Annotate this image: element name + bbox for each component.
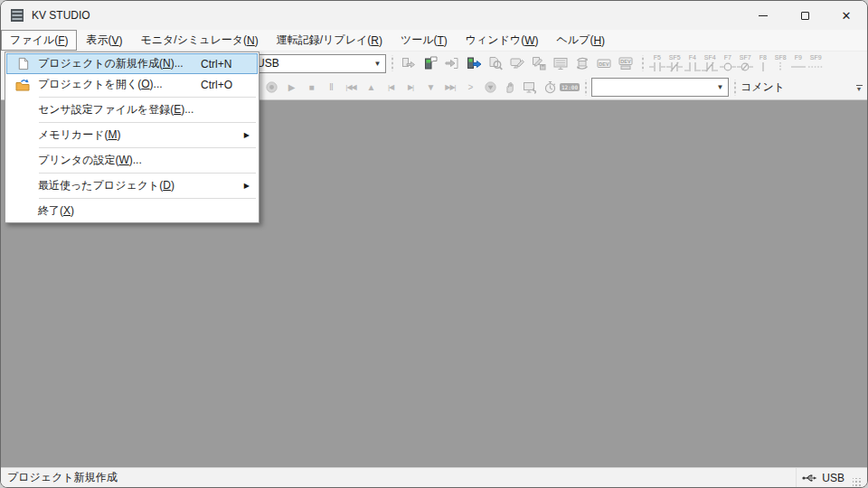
menu-separator [39,198,256,199]
step-down-icon[interactable]: ▼ [420,77,440,99]
replay-combobox[interactable]: ▼ [591,78,729,97]
minimize-button[interactable] [742,1,784,30]
plc-sync-icon[interactable] [571,53,593,73]
file-menu-item-x[interactable]: 終了(X) [6,201,258,221]
toolbar-separator [640,55,645,71]
menu-separator [39,173,256,174]
new-project-icon [7,57,38,70]
kv-studio-window: KV STUDIO ✕ ファイル(F)表示(V)モニタ/シミュレータ(N)運転記… [0,0,868,488]
status-message: プロジェクト新規作成 [1,470,118,485]
title-bar: KV STUDIO ✕ [1,1,867,30]
pause-icon[interactable]: Ⅱ [321,77,341,99]
ladder-contact-close-button[interactable]: SF5 [666,52,684,74]
connection-label: USB [822,472,844,484]
file-menu-item-m[interactable]: メモリカード(M)▶ [6,125,258,145]
continue-icon[interactable] [480,77,500,99]
write-to-plc-icon[interactable] [441,53,463,73]
hand-icon[interactable] [500,77,520,99]
maximize-button[interactable] [784,1,826,30]
file-menu-item-d[interactable]: 最近使ったプロジェクト(D)▶ [6,175,258,196]
close-icon: ✕ [842,10,852,22]
menubar-item-w[interactable]: ウィンドウ(W) [457,30,548,51]
ladder-monitor-icon[interactable] [550,53,571,73]
step-up-icon[interactable]: ▲ [361,77,381,99]
svg-text:DEV: DEV [620,59,631,64]
close-button[interactable]: ✕ [826,1,867,30]
open-project-icon [7,78,38,92]
maximize-icon [801,12,809,20]
plc-comment-transfer-icon[interactable] [420,53,441,73]
connector-combobox-value: USB [251,57,370,70]
menubar-item-f[interactable]: ファイル(F) [1,30,77,51]
ladder-or-contact-open-button[interactable]: F4 [684,52,702,74]
ladder-contact-open-button[interactable]: F5 [648,52,666,74]
window-controls: ✕ [742,1,867,30]
toolbar-separator [732,80,737,96]
device-monitor-icon[interactable]: DEV [615,53,637,73]
file-menu-item-n[interactable]: プロジェクトの新規作成(N)...Ctrl+N [6,53,258,74]
menu-separator [39,122,256,123]
app-icon [10,8,24,23]
status-bar: プロジェクト新規作成 USB [1,467,867,487]
toolbar-overflow-button[interactable]: ▼ [854,80,864,95]
skip-to-end-icon[interactable]: ▶▶| [440,77,460,99]
submenu-arrow-icon: ▶ [244,131,250,139]
play-icon[interactable]: ▶ [281,77,301,99]
menubar-item-v[interactable]: 表示(V) [77,30,131,51]
menubar-item-n[interactable]: モニタ/シミュレータ(N) [131,30,267,51]
usb-icon [802,474,817,483]
toolbar-separator [390,55,394,71]
svg-text:DEV: DEV [599,61,609,67]
save-edit-icon[interactable] [528,53,550,73]
menu-bar: ファイル(F)表示(V)モニタ/シミュレータ(N)運転記録/リプレイ(R)ツール… [1,30,867,52]
step-over-icon[interactable]: > [460,77,480,99]
step-back-icon[interactable]: |◀ [381,77,401,99]
chevron-down-icon: ▼ [712,83,728,91]
stopwatch-icon[interactable] [540,77,560,99]
time-badge-icon[interactable]: 12:00 [560,77,580,99]
file-menu-dropdown: プロジェクトの新規作成(N)...Ctrl+Nプロジェクトを開く(O)...Ct… [5,52,259,223]
menubar-item-h[interactable]: ヘルプ(H) [548,30,615,51]
transfer-program-icon[interactable] [398,53,420,73]
submenu-arrow-icon: ▶ [244,182,250,190]
monitor-step-icon[interactable] [520,77,540,99]
toolbar-separator [583,80,588,96]
connection-status: USB [796,468,867,487]
read-from-plc-icon[interactable] [463,53,485,73]
step-forward-icon[interactable]: ▶| [401,77,420,99]
connector-combobox[interactable]: USB ▼ [250,54,386,73]
chevron-down-icon: ▼ [370,60,385,68]
ladder-coil-not-button[interactable]: SF7 [737,52,755,74]
minimize-icon [759,15,768,16]
comment-label: コメント [741,80,785,95]
file-menu-item-w[interactable]: プリンタの設定(W)... [6,150,258,171]
skip-to-start-icon[interactable]: |◀◀ [341,77,361,99]
ladder-horizontal-line-dotted-button[interactable]: SF9 [807,52,826,74]
ladder-coil-button[interactable]: F7 [719,52,737,74]
resize-grip[interactable] [853,478,862,487]
file-menu-item-e[interactable]: センサ設定ファイルを登録(E)... [6,99,258,120]
record-icon[interactable] [261,77,281,99]
window-title: KV STUDIO [32,9,90,22]
ladder-vertical-line-button[interactable]: F8 [754,52,772,74]
menu-separator [39,97,256,98]
ladder-horizontal-line-button[interactable]: F9 [789,52,807,74]
ladder-or-contact-close-button[interactable]: SF4 [702,52,720,74]
menubar-item-t[interactable]: ツール(T) [392,30,457,51]
menubar-item-r[interactable]: 運転記録/リプレイ(R) [268,30,392,51]
menu-separator [39,147,256,148]
program-verify-icon[interactable] [485,53,506,73]
file-menu-item-o[interactable]: プロジェクトを開く(O)...Ctrl+O [6,74,258,95]
simulator-edit-icon[interactable] [506,53,528,73]
device-icon[interactable]: DEV [593,53,615,73]
ladder-vertical-line-dotted-button[interactable]: SF8 [772,52,790,74]
stop-icon[interactable]: ■ [301,77,321,99]
